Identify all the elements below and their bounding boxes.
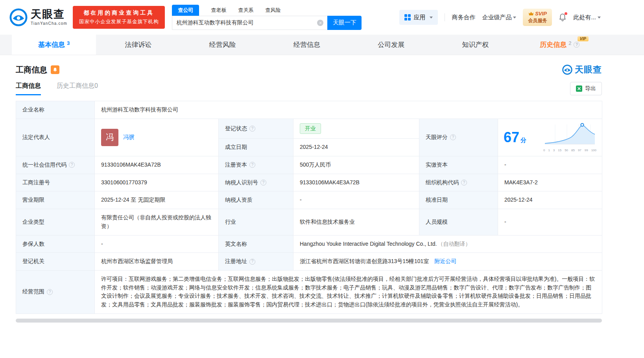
auto-translate-note: （自动翻译） bbox=[437, 241, 471, 247]
help-icon[interactable]: ? bbox=[450, 134, 456, 140]
account-menu-label: 此处有... bbox=[573, 14, 596, 21]
chevron-down-icon bbox=[598, 17, 601, 19]
tab-basic-info[interactable]: 基本信息 3 bbox=[12, 35, 96, 55]
help-icon[interactable]: ? bbox=[47, 289, 53, 295]
svip-membership-button[interactable]: SVIP 会员服务 bbox=[523, 9, 552, 26]
field-value-business-scope: 许可项目：互联网游戏服务；第二类增值电信业务；互联网信息服务；出版物批发；出版物… bbox=[95, 270, 602, 313]
tab-operating-info[interactable]: 经营信息 bbox=[265, 35, 349, 55]
tab-operating-risk[interactable]: 经营风险 bbox=[181, 35, 265, 55]
search-tab-risk[interactable]: 查风险 bbox=[265, 5, 280, 16]
header: 天眼查 TianYanCha.com 都在用的商业查询工具 国家中小企业发展子基… bbox=[0, 0, 644, 35]
enterprise-products-label: 企业级产品 bbox=[482, 14, 511, 21]
legal-rep-name-link[interactable]: 冯骥 bbox=[123, 133, 134, 142]
table-row: 经营范围? 许可项目：互联网游戏服务；第二类增值电信业务；互联网信息服务；出版物… bbox=[16, 270, 602, 313]
field-label-business-term: 营业期限 bbox=[16, 191, 95, 209]
notification-bell-icon[interactable] bbox=[559, 13, 566, 22]
table-row: 统一社会信用代码? 91330106MAK4E3A72B 注册资本? 500万人… bbox=[16, 156, 602, 174]
subtab-history-business-info[interactable]: 历史工商信息0 bbox=[57, 82, 98, 95]
search-tab-company[interactable]: 查公司 bbox=[172, 5, 199, 16]
help-icon[interactable]: ? bbox=[69, 162, 75, 168]
search-tab-boss[interactable]: 查老板 bbox=[211, 5, 226, 16]
tab-development-label: 公司发展 bbox=[378, 40, 404, 49]
search-tabs: 查公司 查老板 查关系 查风险 bbox=[172, 5, 362, 16]
clear-search-icon[interactable]: × bbox=[317, 20, 323, 26]
search-input-wrap: × bbox=[172, 16, 327, 30]
field-value-taxpayer-id: 91330106MAK4E3A72B bbox=[293, 174, 419, 191]
score-chart-axis: 0131550859799100 bbox=[543, 148, 596, 153]
help-icon[interactable]: ? bbox=[249, 126, 255, 132]
header-right-nav: 应用 商务合作 企业级产品 SVIP 会员服务 此处有.. bbox=[399, 9, 601, 26]
table-row: 营业期限 2025-12-24 至 无固定期限 纳税人资质 - 核准日期 202… bbox=[16, 191, 602, 209]
help-icon[interactable]: ? bbox=[249, 162, 255, 168]
table-row: 企业名称 杭州游科互动数字科技有限公司 bbox=[16, 101, 602, 119]
business-info-table: 企业名称 杭州游科互动数字科技有限公司 法定代表人 冯 冯骥 登记状态? 开业 bbox=[16, 101, 602, 314]
business-cooperation-link[interactable]: 商务合作 bbox=[452, 14, 475, 21]
field-label-registration-status: 登记状态? bbox=[219, 119, 293, 139]
promo-line1: 都在用的商业查询工具 bbox=[79, 9, 159, 17]
field-label-legal-representative: 法定代表人 bbox=[16, 119, 95, 156]
field-value-industry: 软件和信息技术服务业 bbox=[293, 209, 419, 235]
main-content: 工商信息 天眼查 工商信息 历史工商信息0 bbox=[16, 64, 602, 314]
status-badge: 开业 bbox=[300, 123, 321, 134]
field-value-staff-size: - bbox=[498, 209, 602, 235]
field-label-company-type: 企业类型 bbox=[16, 209, 95, 235]
tab-risk-label: 经营风险 bbox=[209, 40, 236, 49]
table-row: 法定代表人 冯 冯骥 登记状态? 开业 天眼评分? bbox=[16, 119, 602, 139]
monitor-bell-icon[interactable] bbox=[51, 65, 59, 74]
field-value-registration-status: 开业 bbox=[293, 119, 419, 139]
field-label-credit-code: 统一社会信用代码? bbox=[16, 156, 95, 174]
help-icon[interactable]: ? bbox=[249, 259, 255, 265]
field-value-credit-code: 91330106MAK4E3A72B bbox=[95, 156, 219, 174]
help-icon[interactable]: ? bbox=[461, 180, 467, 185]
search-tab-relation[interactable]: 查关系 bbox=[238, 5, 253, 16]
field-label-registration-number: 工商注册号 bbox=[16, 174, 95, 191]
tab-company-development[interactable]: 公司发展 bbox=[349, 35, 433, 55]
company-nav-tabs: 基本信息 3 法律诉讼 经营风险 经营信息 公司发展 知识产权 VIP 历史信息… bbox=[0, 35, 644, 55]
tianyancha-watermark: 天眼查 bbox=[562, 64, 602, 76]
tianyancha-eye-icon bbox=[9, 8, 28, 26]
field-label-organization-code: 组织机构代码? bbox=[419, 174, 498, 191]
search-input[interactable] bbox=[176, 20, 317, 26]
apps-grid-icon bbox=[404, 14, 411, 20]
logo-domain-text: TianYanCha.com bbox=[31, 21, 67, 26]
logo-brand-text: 天眼查 bbox=[31, 9, 67, 20]
field-value-insured-count: - bbox=[95, 235, 219, 253]
field-value-taxpayer-qualification: - bbox=[293, 191, 419, 209]
field-label-taxpayer-id: 纳税人识别号? bbox=[219, 174, 293, 191]
tab-legal-label: 法律诉讼 bbox=[125, 40, 151, 49]
enterprise-products-link[interactable]: 企业级产品 bbox=[482, 14, 516, 21]
field-label-registered-address: 注册地址? bbox=[219, 253, 293, 271]
table-row: 参保人数 - 英文名称 Hangzhou Youke Interactive D… bbox=[16, 235, 602, 253]
tab-history-info[interactable]: VIP 历史信息 2 ? bbox=[518, 35, 602, 55]
field-label-registration-authority: 登记机关 bbox=[16, 253, 95, 271]
watermark-text: 天眼查 bbox=[575, 64, 602, 76]
apps-button[interactable]: 应用 bbox=[399, 10, 438, 25]
field-value-registration-number: 330106001770379 bbox=[95, 174, 219, 191]
field-label-registered-capital: 注册资本? bbox=[219, 156, 293, 174]
promo-badge[interactable]: 都在用的商业查询工具 国家中小企业发展子基金旗下机构 bbox=[73, 6, 165, 29]
search-button[interactable]: 天眼一下 bbox=[327, 16, 362, 30]
field-value-tianyan-score: 67分 bbox=[498, 119, 602, 156]
field-label-insured-count: 参保人数 bbox=[16, 235, 95, 253]
table-row: 工商注册号 330106001770379 纳税人识别号? 91330106MA… bbox=[16, 174, 602, 191]
search-area: 查公司 查老板 查关系 查风险 × 天眼一下 bbox=[172, 5, 362, 30]
promo-line2: 国家中小企业发展子基金旗下机构 bbox=[79, 19, 159, 25]
nearby-companies-link[interactable]: 附近公司 bbox=[434, 258, 456, 264]
account-menu[interactable]: 此处有... bbox=[573, 14, 601, 21]
field-value-company-name: 杭州游科互动数字科技有限公司 bbox=[95, 101, 602, 119]
svip-member-service-label: 会员服务 bbox=[528, 17, 547, 24]
export-button[interactable]: 导出 bbox=[570, 82, 602, 95]
score-trend-chart: 0131550859799100 bbox=[543, 122, 596, 153]
field-label-business-scope: 经营范围? bbox=[16, 270, 95, 313]
svip-label: SVIP bbox=[535, 11, 547, 17]
tianyancha-logo[interactable]: 天眼查 TianYanCha.com bbox=[9, 8, 67, 26]
field-value-business-term: 2025-12-24 至 无固定期限 bbox=[95, 191, 219, 209]
help-icon[interactable]: ? bbox=[574, 42, 579, 48]
tab-legal-proceedings[interactable]: 法律诉讼 bbox=[96, 35, 180, 55]
legal-rep-avatar[interactable]: 冯 bbox=[101, 129, 118, 146]
help-icon[interactable]: ? bbox=[260, 180, 266, 185]
subtab-business-info[interactable]: 工商信息 bbox=[16, 82, 41, 95]
horizontal-scrollbar[interactable] bbox=[16, 319, 602, 323]
tab-history-label: 历史信息 bbox=[540, 40, 566, 49]
tab-intellectual-property[interactable]: 知识产权 bbox=[433, 35, 517, 55]
